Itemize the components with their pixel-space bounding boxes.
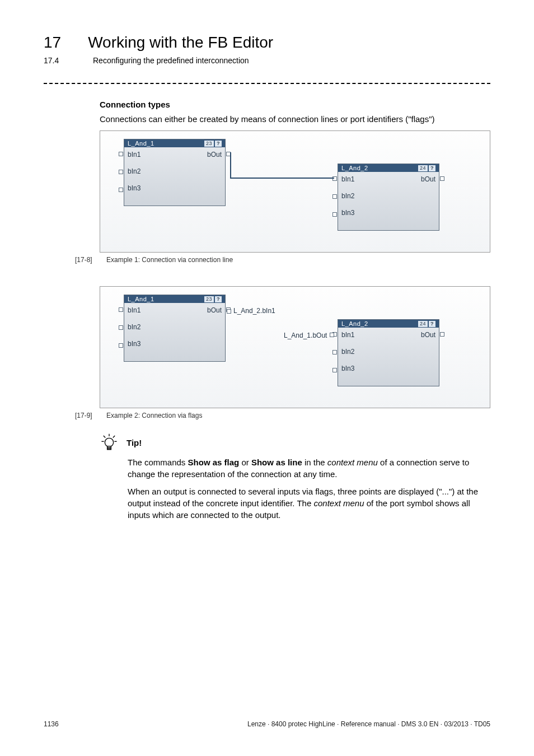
chapter-number: 17 <box>44 34 61 52</box>
port-label: bIn2 <box>341 192 354 200</box>
footer-info: Lenze · 8400 protec HighLine · Reference… <box>247 720 490 728</box>
port-label: bIn1 <box>128 151 140 158</box>
port-label: bOut <box>421 331 435 339</box>
flag-port <box>330 333 334 337</box>
connection-types-heading: Connection types <box>100 100 490 109</box>
port-stub <box>119 170 123 174</box>
port-stub <box>119 325 123 330</box>
port-stub <box>119 307 123 312</box>
tip-text: context menu <box>327 458 378 467</box>
block-index: 23 <box>204 141 214 147</box>
block-title: L_And_1 <box>128 140 154 147</box>
flag-out-label: L_And_2.bIn1 <box>233 307 275 315</box>
chapter-title: Working with the FB Editor <box>88 34 273 52</box>
tip-text: Show as line <box>251 458 302 467</box>
separator-line <box>44 83 490 84</box>
port-label: bIn3 <box>341 365 354 372</box>
port-label: bOut <box>421 175 435 183</box>
help-icon: ? <box>215 296 222 302</box>
figure-caption-text: Example 2: Connection via flags <box>106 412 202 419</box>
port-label: bIn1 <box>341 175 354 183</box>
page-number: 1136 <box>44 720 59 728</box>
block-index: 23 <box>204 296 214 302</box>
tip-text: Show as flag <box>188 458 240 467</box>
port-label: bIn3 <box>128 184 140 192</box>
tip-text: in the <box>302 458 327 467</box>
help-icon: ? <box>215 141 222 147</box>
port-label: bIn2 <box>128 323 140 331</box>
port-label: bIn1 <box>128 306 140 314</box>
figure-caption-num: [17-9] <box>75 412 100 419</box>
intro-text: Connections can either be created by mea… <box>100 114 490 125</box>
help-icon: ? <box>429 165 435 171</box>
figure-caption-text: Example 1: Connection via connection lin… <box>106 256 233 264</box>
tip-text: The commands <box>128 458 188 467</box>
port-stub <box>119 343 123 348</box>
port-stub <box>440 332 444 337</box>
section-number: 17.4 <box>44 56 66 65</box>
figure-1: L_And_1 23 ? bIn1bOut bIn2 bIn3 <box>100 130 490 253</box>
port-label: bIn2 <box>128 167 140 175</box>
block-title: L_And_1 <box>128 296 154 302</box>
flag-in-label: L_And_1.bOut <box>284 332 327 339</box>
port-label: bOut <box>207 151 222 158</box>
fb-block-land1: L_And_1 23 ? bIn1bOut bIn2 bIn3 <box>124 295 226 362</box>
block-title: L_And_2 <box>341 320 368 327</box>
fb-block-land2: L_And_2 24 ? bIn1bOut bIn2 bIn3 <box>338 319 439 386</box>
fb-block-land1: L_And_1 23 ? bIn1bOut bIn2 bIn3 <box>124 139 226 206</box>
tip-body: The commands Show as flag or Show as lin… <box>128 456 490 521</box>
block-title: L_And_2 <box>341 165 368 171</box>
port-stub <box>332 350 337 354</box>
port-stub <box>332 212 337 217</box>
port-stub <box>332 368 337 372</box>
port-label: bIn3 <box>341 209 354 217</box>
port-stub <box>440 176 444 181</box>
connection-line <box>230 152 231 178</box>
svg-line-2 <box>113 436 115 437</box>
connection-line <box>230 178 334 179</box>
block-index: 24 <box>418 321 428 327</box>
tip-label: Tip! <box>127 438 142 447</box>
port-label: bIn3 <box>128 340 140 348</box>
port-label: bIn2 <box>341 348 354 356</box>
port-stub <box>119 152 123 156</box>
figure-2: L_And_1 23 ? bIn1bOut bIn2 bIn3 <box>100 286 490 408</box>
block-index: 24 <box>418 165 428 171</box>
figure-caption-num: [17-8] <box>75 256 100 264</box>
port-stub <box>119 188 123 192</box>
section-title: Reconfiguring the predefined interconnec… <box>93 56 249 65</box>
fb-block-land2: L_And_2 24 ? bIn1bOut bIn2 bIn3 <box>338 164 439 231</box>
flag-port <box>227 309 231 314</box>
tip-text: or <box>239 458 251 467</box>
help-icon: ? <box>429 321 435 327</box>
tip-text: context menu <box>313 498 364 508</box>
port-stub <box>332 194 337 199</box>
svg-line-1 <box>104 436 105 437</box>
lightbulb-icon <box>100 433 119 452</box>
port-label: bOut <box>207 306 222 314</box>
port-label: bIn1 <box>341 331 354 339</box>
svg-point-5 <box>105 438 113 447</box>
